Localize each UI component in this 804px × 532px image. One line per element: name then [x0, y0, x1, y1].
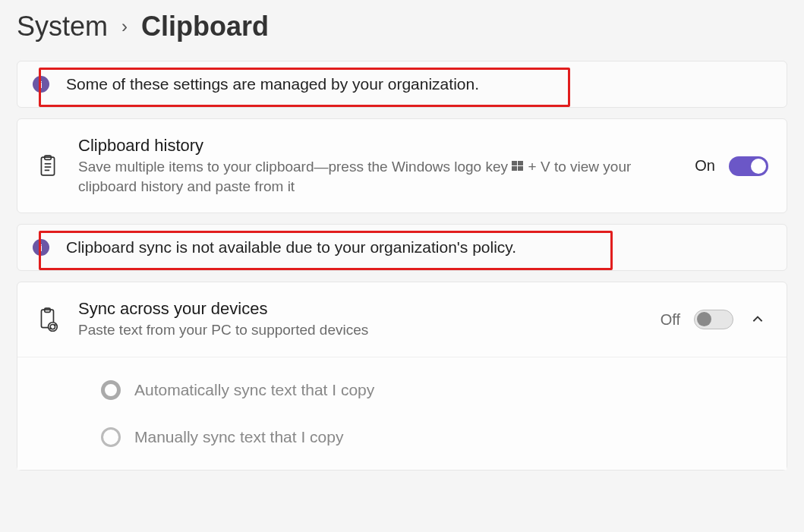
clipboard-history-card: Clipboard history Save multiple items to…	[17, 118, 787, 213]
sync-devices-toggle[interactable]	[694, 310, 733, 329]
breadcrumb-parent[interactable]: System	[17, 11, 108, 42]
sync-devices-state: Off	[661, 311, 680, 329]
clipboard-history-title: Clipboard history	[78, 136, 676, 156]
chevron-right-icon: ›	[121, 16, 128, 37]
clipboard-history-state: On	[695, 157, 715, 175]
clipboard-history-toggle[interactable]	[729, 156, 768, 176]
svg-rect-5	[512, 161, 517, 165]
sync-policy-message: Clipboard sync is not available due to y…	[66, 238, 516, 257]
radio-icon	[101, 427, 121, 447]
org-managed-banner: i Some of these settings are managed by …	[17, 61, 787, 108]
sync-option-auto[interactable]: Automatically sync text that I copy	[101, 380, 768, 400]
sync-option-manual-label: Manually sync text that I copy	[134, 428, 343, 446]
windows-logo-icon	[512, 158, 524, 170]
info-icon: i	[33, 239, 49, 256]
clipboard-sync-icon	[36, 307, 60, 332]
clipboard-history-desc: Save multiple items to your clipboard—pr…	[78, 157, 676, 196]
sync-devices-desc: Paste text from your PC to supported dev…	[78, 320, 642, 340]
clipboard-icon	[36, 154, 60, 178]
breadcrumb-current: Clipboard	[141, 11, 269, 42]
radio-icon	[101, 380, 121, 400]
sync-devices-title: Sync across your devices	[78, 299, 642, 319]
svg-rect-8	[518, 166, 523, 171]
info-icon: i	[33, 76, 49, 93]
svg-rect-7	[512, 166, 517, 171]
svg-point-11	[49, 323, 58, 332]
expand-chevron-icon[interactable]	[747, 309, 768, 330]
sync-option-manual[interactable]: Manually sync text that I copy	[101, 427, 768, 447]
sync-policy-banner: i Clipboard sync is not available due to…	[17, 224, 787, 271]
breadcrumb: System › Clipboard	[0, 0, 804, 61]
sync-option-auto-label: Automatically sync text that I copy	[134, 381, 374, 399]
sync-options-panel: Automatically sync text that I copy Manu…	[17, 357, 787, 470]
sync-devices-card: Sync across your devices Paste text from…	[17, 282, 787, 471]
org-managed-message: Some of these settings are managed by yo…	[66, 75, 479, 93]
svg-rect-6	[518, 161, 523, 165]
